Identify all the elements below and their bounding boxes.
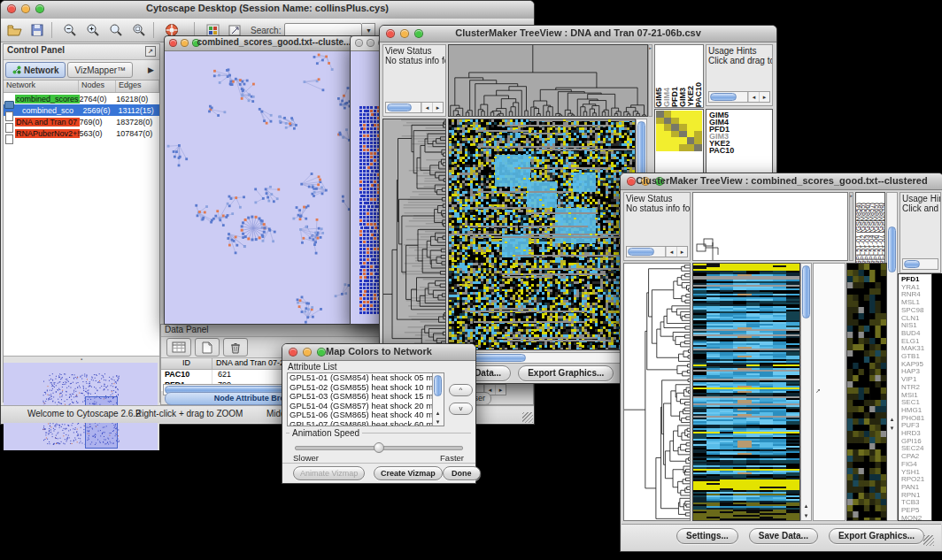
attribute-list-vscrollbar[interactable]: ▴ ▾ (432, 373, 444, 426)
move-down-button[interactable]: v (449, 403, 473, 415)
gene-list[interactable]: PFD1YRA1RNR4MSL1SPC98CLN1NIS1BUD4ELG1MAK… (898, 273, 932, 521)
animation-speed-slider[interactable] (295, 446, 463, 450)
scrollbar-thumb[interactable] (802, 265, 810, 318)
scroll-left-button[interactable]: ◂ (666, 247, 676, 257)
array-label[interactable]: GPL51-08 (GSM872) (883, 203, 885, 265)
column-dendrogram[interactable] (448, 44, 648, 117)
scroll-left-button[interactable]: ◂ (748, 92, 759, 102)
matrix-cell[interactable] (656, 118, 664, 125)
network-row[interactable]: combined_scores2764(0)16218(0) (4, 93, 159, 104)
matrix-cell[interactable] (694, 124, 702, 131)
matrix-cell[interactable] (679, 124, 687, 131)
zoom-heatmap-canvas[interactable] (846, 263, 887, 521)
row-dendrogram[interactable] (623, 263, 691, 521)
matrix-cell[interactable] (687, 131, 695, 138)
attribute-item[interactable]: GPL51-03 (GSM856) heat shock 15 min (288, 392, 432, 402)
matrix-cell[interactable] (656, 124, 664, 131)
scroll-up-button[interactable]: ▴ (801, 502, 811, 510)
matrix-cell[interactable] (664, 124, 672, 131)
scrollbar-thumb[interactable] (904, 260, 920, 268)
right-vscrollbar[interactable]: ▴ ▾ (886, 192, 898, 521)
matrix-cell[interactable] (694, 131, 702, 138)
minimize-button[interactable] (367, 39, 374, 47)
network-row[interactable]: RNAPuberNov2+!563(0)107847(0) (4, 127, 159, 139)
done-button[interactable]: Done (443, 466, 481, 480)
row-dendrogram[interactable] (382, 119, 446, 350)
matrix-cell[interactable] (679, 131, 687, 138)
scrollbar-thumb[interactable] (710, 93, 737, 101)
matrix-cell[interactable] (664, 144, 672, 151)
matrix-cell[interactable] (664, 137, 672, 144)
tab-vizmapper[interactable]: VizMapper™ (67, 62, 133, 78)
create-attribute-button[interactable] (195, 338, 220, 357)
matrix-cell[interactable] (694, 111, 702, 118)
select-attributes-button[interactable] (166, 338, 191, 357)
attribute-item[interactable]: GPL51-07 (GSM868) heat shock 60 min (288, 420, 432, 427)
panel-splitter[interactable]: ▸ (648, 44, 652, 117)
matrix-cell[interactable] (664, 131, 672, 138)
matrix-cell[interactable] (671, 131, 679, 138)
usage-hints-hscrollbar[interactable] (902, 258, 938, 270)
matrix-cell[interactable] (679, 137, 687, 144)
usage-hints-hscrollbar[interactable]: ◂▸ (708, 91, 770, 103)
matrix-cell[interactable] (687, 124, 695, 131)
matrix-cell[interactable] (694, 144, 702, 151)
treeview-dna-titlebar[interactable]: ClusterMaker TreeView : DNA and Tran 07-… (380, 26, 776, 42)
tab-overflow-arrow[interactable]: ▶ (144, 65, 158, 74)
matrix-cell[interactable] (656, 137, 664, 144)
network-row[interactable]: DNA and Tran 07769(0)183728(0) (4, 116, 159, 127)
main-titlebar[interactable]: Cytoscape Desktop (Session Name: collins… (1, 1, 534, 19)
scroll-up-button[interactable]: ▴ (433, 410, 443, 417)
attribute-item[interactable]: GPL51-01 (GSM854) heat shock 05 min (288, 373, 432, 383)
matrix-cell[interactable] (679, 111, 687, 118)
col-nodes[interactable]: Nodes (79, 81, 116, 92)
col-id[interactable]: ID (161, 358, 212, 369)
scroll-left-button[interactable]: ◂ (421, 103, 432, 112)
global-heatmap-canvas[interactable] (692, 263, 800, 521)
matrix-cell[interactable] (671, 137, 679, 144)
scroll-right-button[interactable]: ▸ (759, 92, 769, 102)
col-edges[interactable]: Edges (116, 81, 159, 92)
array-labels-panel[interactable]: GIM5GIM4PFD1GIM3YKE2PAC10 (654, 44, 704, 108)
col-network[interactable]: Network (4, 81, 79, 92)
scrollbar-thumb[interactable] (628, 248, 654, 256)
matrix-cell[interactable] (679, 118, 687, 125)
matrix-cell[interactable] (694, 137, 702, 144)
export-graphics-button[interactable]: Export Graphics... (518, 365, 614, 381)
treeview-combined-titlebar[interactable]: ClusterMaker TreeView : combined_scores_… (621, 173, 942, 190)
attribute-list[interactable]: GPL51-01 (GSM854) heat shock 05 minGPL51… (287, 372, 444, 426)
matrix-cell[interactable] (671, 111, 679, 118)
scrollbar-thumb[interactable] (387, 104, 412, 111)
resize-grip[interactable] (923, 535, 934, 546)
matrix-cell[interactable] (671, 144, 679, 151)
matrix-cell[interactable] (679, 144, 687, 151)
array-labels-panel[interactable]: GPL51-01 (GSM854)GPL51-02 (GSM855)GPL51-… (855, 192, 885, 266)
global-heatmap-vscrollbar[interactable]: ▴ ▾ (800, 263, 812, 521)
gene-label[interactable]: MON2 (901, 515, 931, 521)
map-colors-titlebar[interactable]: Map Colors to Network (282, 344, 475, 361)
open-file-button[interactable] (4, 21, 24, 39)
tab-network[interactable]: Network (5, 62, 66, 78)
attribute-item[interactable]: GPL51-06 (GSM865) heat shock 40 min (288, 410, 432, 420)
save-data-button[interactable]: Save Data... (749, 528, 818, 544)
settings-button[interactable]: Settings... (676, 528, 738, 544)
move-up-button[interactable]: ^ (449, 384, 473, 396)
scrollbar-thumb[interactable] (888, 226, 896, 272)
animate-vizmap-button[interactable]: Animate Vizmap (293, 466, 365, 480)
zoom-in-button[interactable] (83, 21, 103, 39)
matrix-cell[interactable] (671, 124, 679, 131)
matrix-cell[interactable] (687, 137, 695, 144)
scrollbar-thumb[interactable] (434, 375, 442, 396)
export-graphics-button[interactable]: Export Graphics... (829, 528, 924, 544)
matrix-cell[interactable] (656, 144, 664, 151)
float-panel-icon[interactable]: ↗ (145, 46, 156, 57)
scroll-down-button[interactable]: ▾ (887, 425, 897, 432)
scroll-down-button[interactable]: ▾ (433, 418, 443, 426)
gene-label[interactable]: PAC10 (709, 147, 772, 154)
scroll-right-button[interactable]: ▸ (432, 103, 443, 112)
resize-grip[interactable] (522, 412, 533, 423)
network-row[interactable]: combined_sco2569(6)13112(15) (4, 104, 159, 116)
matrix-cell[interactable] (687, 144, 695, 151)
matrix-cell[interactable] (664, 118, 672, 125)
view-status-hscrollbar[interactable]: ◂▸ (385, 102, 444, 113)
